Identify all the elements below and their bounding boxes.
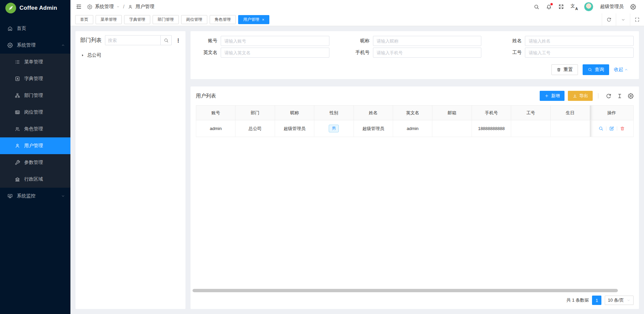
sidebar-item-dict-management[interactable]: 字典管理: [0, 70, 70, 87]
department-search-input[interactable]: [105, 35, 160, 45]
sidebar-item-user-management[interactable]: 用户管理: [0, 137, 70, 154]
search-form: 账号 昵称 姓名 英文名: [191, 36, 634, 58]
reset-button[interactable]: 重置: [551, 64, 578, 75]
sidebar-item-param-management[interactable]: 参数管理: [0, 154, 70, 171]
sidebar-item-post-management[interactable]: 岗位管理: [0, 104, 70, 121]
col-en-name: 英文名: [393, 106, 432, 120]
col-birthday: 生日: [550, 106, 590, 120]
tab-post-management[interactable]: 岗位管理: [181, 15, 207, 24]
field-en-name: 英文名: [196, 48, 329, 58]
page-button-1[interactable]: 1: [592, 296, 601, 305]
edit-icon[interactable]: [609, 126, 614, 131]
col-phone: 手机号: [472, 106, 511, 120]
settings-gear-icon[interactable]: [630, 4, 636, 10]
row-height-icon[interactable]: [617, 93, 623, 99]
search-icon: [588, 67, 592, 72]
cell-email: [432, 120, 472, 137]
cell-dept: 总公司: [235, 120, 275, 137]
add-button[interactable]: 新增: [540, 91, 565, 101]
col-email: 邮箱: [432, 106, 472, 120]
tab-dict-management[interactable]: 字典管理: [124, 15, 150, 24]
breadcrumb-page: 用户管理: [136, 4, 154, 10]
cell-en-name: admin: [393, 120, 432, 137]
tab-menu-management[interactable]: 菜单管理: [96, 15, 122, 24]
delete-icon[interactable]: [620, 126, 625, 131]
department-panel-title: 部门列表: [80, 37, 102, 44]
user-list-card: 用户列表 新增 导出: [191, 86, 639, 309]
column-settings-gear-icon[interactable]: [628, 93, 634, 99]
sidebar-item-admin-region[interactable]: 行政区域: [0, 171, 70, 188]
caret-right-icon[interactable]: [81, 54, 84, 57]
home-icon: [7, 26, 13, 31]
breadcrumb: 系统管理 / 用户管理: [87, 4, 154, 10]
account-input[interactable]: [221, 36, 329, 46]
avatar[interactable]: [584, 2, 593, 11]
sidebar-item-system-management[interactable]: 系统管理: [0, 37, 70, 54]
en-name-input[interactable]: [221, 48, 329, 58]
right-column: 账号 昵称 姓名 英文名: [191, 31, 639, 309]
query-button[interactable]: 查询: [583, 64, 609, 75]
cell-job-no: [511, 120, 550, 137]
col-name: 姓名: [354, 106, 393, 120]
phone-input[interactable]: [373, 48, 482, 58]
view-icon[interactable]: [598, 126, 603, 131]
tab-home[interactable]: 首页: [75, 15, 93, 24]
notification-bell-icon[interactable]: [546, 4, 552, 10]
sidebar-item-menu-management[interactable]: 菜单管理: [0, 54, 70, 70]
fullscreen-icon[interactable]: [558, 4, 564, 9]
more-options-icon[interactable]: ⋮: [175, 38, 181, 43]
export-button[interactable]: 导出: [568, 91, 593, 101]
field-nickname: 昵称: [348, 36, 482, 46]
form-actions: 重置 查询 收起: [191, 64, 634, 75]
nickname-input[interactable]: [373, 36, 482, 46]
col-job-no: 工号: [511, 106, 550, 120]
refresh-icon[interactable]: [606, 93, 611, 99]
close-icon[interactable]: ×: [262, 17, 264, 22]
download-icon: [573, 93, 577, 98]
refresh-icon[interactable]: [602, 13, 616, 26]
pagination: 共 1 条数据 1 10 条/页: [191, 294, 639, 309]
breadcrumb-section[interactable]: 系统管理: [95, 4, 114, 10]
main-area: 系统管理 / 用户管理 文A 超级管理员 首页 菜单管理 字典管理 部门管理 岗…: [70, 0, 644, 314]
gear-icon: [87, 4, 92, 9]
table-header-bar: 用户列表 新增 导出: [191, 86, 639, 105]
notification-badge: [550, 3, 553, 5]
tab-dept-management[interactable]: 部门管理: [153, 15, 179, 24]
col-account: 账号: [196, 106, 235, 120]
chevron-down-icon[interactable]: [616, 13, 630, 26]
username[interactable]: 超级管理员: [600, 4, 624, 10]
sidebar-item-dept-management[interactable]: 部门管理: [0, 87, 70, 104]
department-search: [105, 35, 172, 45]
divider: [606, 126, 606, 131]
name-input[interactable]: [525, 36, 634, 46]
topbar-right: 文A 超级管理员: [534, 2, 636, 11]
pagination-total: 共 1 条数据: [567, 297, 589, 303]
menu-fold-icon[interactable]: [76, 4, 82, 10]
divider: [617, 126, 617, 131]
tree-node-root[interactable]: 总公司: [75, 49, 185, 61]
sidebar-item-system-monitor[interactable]: 系统监控: [0, 188, 70, 204]
table-title: 用户列表: [196, 93, 216, 99]
app-logo: Coffee Admin: [0, 0, 70, 16]
page-size-select[interactable]: 10 条/页: [605, 296, 634, 305]
horizontal-scrollbar: [193, 289, 636, 292]
maximize-icon[interactable]: [630, 13, 644, 26]
sidebar-item-home[interactable]: 首页: [0, 20, 70, 37]
department-search-button[interactable]: [160, 35, 172, 45]
job-no-input[interactable]: [525, 48, 634, 58]
table-empty-space: [191, 137, 639, 289]
translate-icon[interactable]: 文A: [571, 4, 577, 10]
sidebar-item-role-management[interactable]: 角色管理: [0, 121, 70, 137]
scrollbar-thumb[interactable]: [193, 289, 618, 292]
col-gender: 性别: [314, 106, 354, 120]
search-icon[interactable]: [534, 4, 539, 10]
tab-user-management[interactable]: 用户管理 ×: [238, 15, 269, 24]
collapse-link[interactable]: 收起: [614, 67, 628, 73]
tab-role-management[interactable]: 角色管理: [210, 15, 236, 24]
table-actions: 新增 导出: [540, 91, 634, 101]
chevron-down-icon: [116, 5, 120, 8]
cell-name: 超级管理员: [354, 120, 393, 137]
tree-node-label: 总公司: [87, 52, 101, 58]
search-icon: [164, 38, 169, 43]
chevron-down-icon: [61, 194, 65, 198]
